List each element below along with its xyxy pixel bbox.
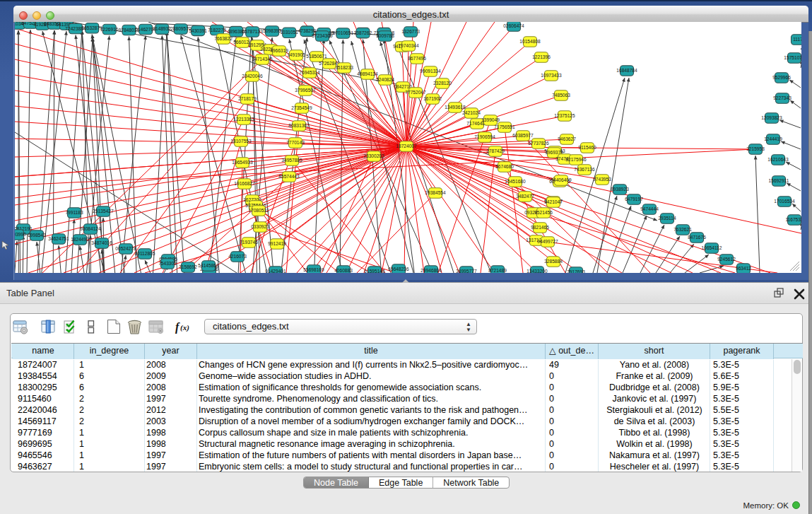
svg-text:f: f [175, 321, 180, 334]
svg-text:17016534: 17016534 [774, 199, 795, 204]
svg-text:80112805: 80112805 [135, 251, 155, 256]
svg-text:7485063: 7485063 [552, 93, 570, 98]
svg-text:7917693: 7917693 [567, 269, 585, 273]
svg-text:8677496: 8677496 [408, 56, 426, 61]
svg-text:3158692: 3158692 [179, 264, 197, 269]
svg-text:71756551: 71756551 [494, 124, 515, 129]
svg-text:15451680: 15451680 [505, 179, 526, 184]
svg-text:9529966: 9529966 [772, 75, 791, 80]
svg-text:6479197: 6479197 [625, 197, 643, 201]
svg-text:10973433: 10973433 [541, 73, 562, 78]
svg-text:5098393: 5098393 [263, 28, 281, 33]
svg-text:04499727: 04499727 [537, 239, 558, 244]
svg-text:6193990: 6193990 [15, 232, 26, 237]
svg-text:4060883: 4060883 [334, 268, 353, 273]
svg-text:8148932: 8148932 [153, 26, 171, 31]
svg-text:54145868: 54145868 [198, 263, 219, 268]
svg-text:2421024: 2421024 [462, 110, 481, 115]
svg-text:5674680: 5674680 [495, 164, 514, 169]
svg-text:13493618: 13493618 [445, 105, 466, 110]
svg-text:79740344: 79740344 [398, 43, 419, 48]
svg-text:99091334: 99091334 [420, 69, 441, 74]
svg-text:7663822: 7663822 [214, 36, 233, 41]
svg-text:1244419: 1244419 [764, 136, 782, 141]
svg-text:8938923: 8938923 [611, 187, 629, 192]
svg-text:1167533: 1167533 [785, 217, 801, 222]
svg-text:1326773: 1326773 [401, 29, 420, 34]
svg-text:34624751: 34624751 [48, 236, 69, 241]
svg-text:9474444: 9474444 [640, 206, 659, 211]
svg-text:37996507: 37996507 [295, 88, 316, 93]
svg-text:3215958: 3215958 [746, 146, 765, 151]
svg-text:65648236: 65648236 [388, 267, 409, 271]
svg-text:7770143: 7770143 [286, 140, 305, 145]
svg-text:3387262: 3387262 [354, 30, 372, 35]
svg-text:34714345: 34714345 [252, 57, 273, 62]
svg-text:8471676: 8471676 [688, 235, 706, 240]
svg-text:2935114: 2935114 [658, 216, 676, 221]
svg-text:67010651: 67010651 [333, 30, 354, 35]
svg-text:10654112: 10654112 [702, 245, 722, 250]
svg-text:9245612: 9245612 [717, 257, 736, 262]
svg-text:10154808: 10154808 [519, 39, 541, 44]
svg-text:12375125: 12375125 [554, 113, 575, 118]
svg-text:60385977: 60385977 [512, 133, 534, 138]
svg-text:1226916: 1226916 [100, 27, 119, 32]
svg-text:7991183: 7991183 [65, 210, 83, 215]
svg-text:3482477: 3482477 [516, 194, 534, 199]
svg-text:13433200: 13433200 [526, 269, 548, 273]
svg-text:9115460: 9115460 [578, 145, 596, 150]
svg-text:9421047: 9421047 [544, 199, 563, 204]
svg-text:9227343: 9227343 [773, 95, 792, 100]
svg-text:7182278: 7182278 [208, 28, 226, 33]
svg-text:61595148: 61595148 [364, 269, 385, 273]
svg-text:2787429: 2787429 [486, 148, 505, 153]
svg-text:00524278: 00524278 [115, 246, 136, 251]
svg-text:74367136: 74367136 [574, 167, 595, 172]
svg-text:55698169: 55698169 [303, 267, 324, 272]
svg-text:4216073: 4216073 [228, 254, 247, 259]
svg-text:18107553: 18107553 [230, 139, 252, 144]
svg-text:19166827: 19166827 [234, 181, 255, 186]
svg-text:9821465: 9821465 [531, 225, 549, 230]
svg-text:1399049: 1399049 [481, 117, 500, 122]
svg-text:49894134: 49894134 [357, 71, 378, 76]
svg-text:1117: 1117 [793, 37, 801, 42]
svg-text:1824493: 1824493 [71, 237, 89, 242]
svg-text:8721489: 8721489 [488, 268, 507, 273]
svg-text:2718179: 2718179 [238, 96, 257, 101]
svg-text:77752047: 77752047 [405, 90, 426, 95]
svg-text:67737826: 67737826 [528, 141, 549, 146]
svg-text:71906594: 71906594 [474, 134, 495, 139]
svg-text:87234309: 87234309 [312, 33, 333, 38]
svg-text:16210643: 16210643 [767, 157, 789, 162]
svg-text:27354549: 27354549 [291, 105, 312, 110]
svg-text:82175946: 82175946 [565, 157, 587, 162]
svg-text:9912419: 9912419 [268, 241, 286, 246]
svg-text:1491905: 1491905 [287, 52, 305, 57]
svg-text:963412: 963412 [736, 266, 751, 271]
svg-text:01429401: 01429401 [265, 269, 286, 273]
svg-text:9521456: 9521456 [534, 210, 553, 215]
svg-text:2328120: 2328120 [433, 81, 452, 86]
svg-text:9463627: 9463627 [558, 136, 576, 141]
svg-text:19654933: 19654933 [232, 160, 253, 165]
svg-text:23300203: 23300203 [363, 153, 384, 158]
svg-text:65787133: 65787133 [242, 29, 264, 34]
svg-text:6998543: 6998543 [28, 233, 46, 238]
svg-text:4966319: 4966319 [270, 48, 288, 53]
svg-text:1031051: 1031051 [280, 30, 298, 35]
svg-text:98084124: 98084124 [80, 226, 101, 231]
svg-text:12093823: 12093823 [761, 115, 782, 120]
svg-text:18724007: 18724007 [396, 144, 417, 148]
svg-text:15751074: 15751074 [784, 55, 801, 60]
svg-text:(x): (x) [180, 323, 189, 332]
svg-text:7543303: 7543303 [158, 261, 177, 266]
svg-text:1221396: 1221396 [532, 54, 551, 59]
svg-text:94406409: 94406409 [551, 177, 572, 182]
svg-text:3285884: 3285884 [544, 259, 563, 264]
svg-text:02606474: 02606474 [503, 23, 524, 28]
svg-text:96532871: 96532871 [82, 25, 103, 30]
svg-text:16848784: 16848784 [616, 68, 637, 73]
svg-text:3518233: 3518233 [335, 65, 353, 70]
